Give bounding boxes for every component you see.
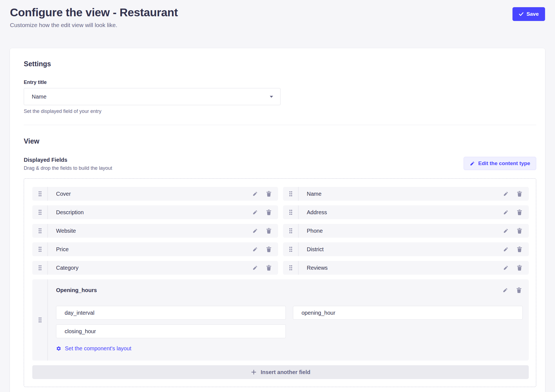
drag-handle-icon[interactable]: [32, 242, 48, 256]
field-label: Category: [56, 265, 78, 271]
subfield-opening-hour[interactable]: opening_hour: [293, 306, 523, 320]
drag-handle-icon[interactable]: [283, 224, 298, 238]
field-row-category[interactable]: Category: [32, 261, 278, 275]
delete-field-button[interactable]: [516, 246, 523, 253]
trash-icon: [517, 191, 522, 197]
pencil-icon: [503, 228, 509, 234]
edit-field-button[interactable]: [252, 227, 258, 234]
delete-field-button[interactable]: [516, 264, 523, 271]
set-component-layout-label: Set the component's layout: [65, 345, 131, 352]
edit-content-type-label: Edit the content type: [478, 160, 530, 166]
drag-handle-icon[interactable]: [32, 279, 48, 361]
field-label: Reviews: [307, 265, 328, 271]
edit-content-type-button[interactable]: Edit the content type: [464, 157, 536, 170]
drag-handle-icon[interactable]: [283, 205, 298, 219]
trash-icon: [266, 191, 271, 197]
delete-field-button[interactable]: [516, 287, 522, 294]
pencil-icon: [252, 191, 258, 197]
delete-field-button[interactable]: [266, 264, 272, 271]
pencil-icon: [252, 210, 258, 215]
trash-icon: [266, 246, 271, 252]
field-label: Cover: [56, 191, 71, 197]
fields-grid: Cover Name: [32, 187, 529, 379]
field-row-cover[interactable]: Cover: [32, 187, 278, 201]
drag-handle-icon[interactable]: [32, 261, 48, 275]
page-title: Configure the view - Restaurant: [10, 6, 178, 19]
insert-another-field-button[interactable]: Insert another field: [32, 365, 529, 379]
field-row-website[interactable]: Website: [32, 224, 278, 238]
component-subfields-grid: day_interval opening_hour closing_hour: [56, 306, 523, 338]
field-label: Name: [307, 191, 321, 197]
component-label: Opening_hours: [56, 287, 97, 293]
drag-handle-icon[interactable]: [32, 224, 48, 238]
edit-field-button[interactable]: [252, 264, 258, 271]
field-row-phone[interactable]: Phone: [283, 224, 529, 238]
displayed-fields-header: Displayed Fields Drag & drop the fields …: [24, 157, 536, 171]
check-icon: [519, 12, 524, 16]
delete-field-button[interactable]: [516, 227, 523, 234]
edit-field-button[interactable]: [252, 190, 258, 197]
pencil-icon: [503, 247, 509, 252]
drag-handle-icon[interactable]: [283, 187, 298, 201]
drag-handle-icon[interactable]: [283, 242, 298, 256]
field-row-address[interactable]: Address: [283, 205, 529, 219]
component-header: Opening_hours: [54, 287, 523, 294]
entry-title-label: Entry title: [24, 80, 536, 85]
subfield-closing-hour[interactable]: closing_hour: [56, 324, 286, 338]
edit-field-button[interactable]: [503, 264, 509, 271]
trash-icon: [517, 228, 522, 234]
field-label: Price: [56, 246, 69, 253]
field-label: Address: [307, 209, 327, 216]
drag-handle-icon[interactable]: [32, 205, 48, 219]
pencil-icon: [503, 210, 509, 215]
pencil-icon: [252, 247, 258, 252]
delete-field-button[interactable]: [266, 227, 272, 234]
field-row-district[interactable]: District: [283, 242, 529, 256]
displayed-fields-title: Displayed Fields: [24, 157, 112, 163]
delete-field-button[interactable]: [516, 190, 523, 197]
drag-handle-icon[interactable]: [32, 187, 48, 201]
settings-section-title: Settings: [24, 60, 536, 68]
configuration-card: Settings Entry title Name Set the displa…: [10, 48, 545, 392]
save-button[interactable]: Save: [512, 7, 545, 21]
plus-icon: [251, 369, 257, 375]
layout-dropzone: Cover Name: [24, 178, 536, 387]
edit-field-button[interactable]: [503, 246, 509, 253]
subfield-day-interval[interactable]: day_interval: [56, 306, 286, 320]
pencil-icon: [503, 265, 509, 271]
edit-field-button[interactable]: [503, 209, 509, 216]
displayed-fields-heading-group: Displayed Fields Drag & drop the fields …: [24, 157, 112, 171]
pencil-icon: [503, 191, 509, 197]
subfield-label: opening_hour: [302, 310, 335, 316]
insert-another-field-label: Insert another field: [261, 369, 310, 375]
trash-icon: [266, 265, 271, 271]
edit-field-button[interactable]: [252, 246, 258, 253]
entry-title-select[interactable]: Name: [24, 88, 281, 105]
edit-field-button[interactable]: [503, 227, 509, 234]
pencil-icon: [470, 161, 475, 166]
delete-field-button[interactable]: [266, 190, 272, 197]
trash-icon: [266, 228, 271, 234]
delete-field-button[interactable]: [516, 209, 523, 216]
field-row-reviews[interactable]: Reviews: [283, 261, 529, 275]
field-row-price[interactable]: Price: [32, 242, 278, 256]
set-component-layout-link[interactable]: Set the component's layout: [56, 345, 131, 352]
component-body: Opening_hours day_interval opening_hour …: [48, 279, 529, 361]
save-button-label: Save: [527, 11, 539, 17]
page-subtitle: Customize how the edit view will look li…: [10, 22, 178, 28]
edit-field-button[interactable]: [502, 287, 509, 293]
page-header: Configure the view - Restaurant Customiz…: [0, 0, 555, 28]
delete-field-button[interactable]: [266, 209, 272, 216]
delete-field-button[interactable]: [266, 246, 272, 253]
field-row-description[interactable]: Description: [32, 205, 278, 219]
subfield-label: day_interval: [65, 310, 94, 316]
gear-icon: [56, 346, 61, 351]
drag-handle-icon[interactable]: [283, 261, 298, 275]
component-row-opening-hours[interactable]: Opening_hours day_interval opening_hour …: [32, 279, 529, 361]
edit-field-button[interactable]: [503, 190, 509, 197]
field-row-name[interactable]: Name: [283, 187, 529, 201]
trash-icon: [517, 209, 522, 215]
trash-icon: [516, 287, 522, 293]
edit-field-button[interactable]: [252, 209, 258, 216]
displayed-fields-hint: Drag & drop the fields to build the layo…: [24, 165, 112, 171]
